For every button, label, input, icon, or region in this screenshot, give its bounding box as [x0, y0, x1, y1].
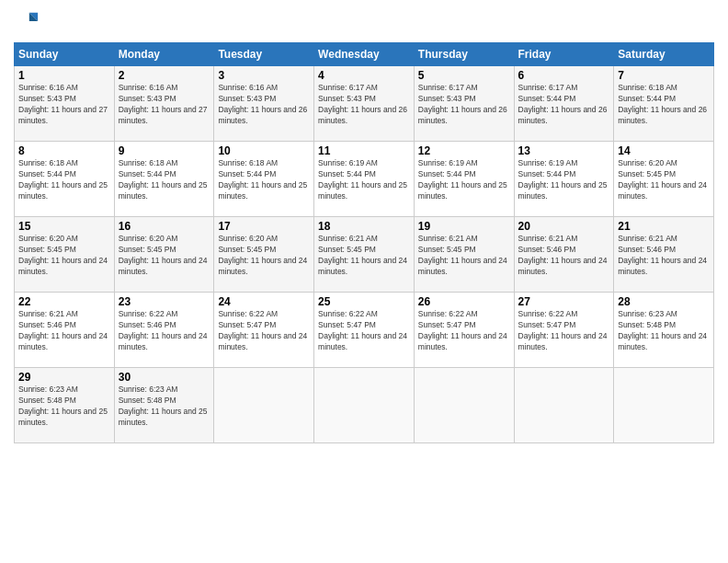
day-number: 4 — [318, 69, 410, 82]
day-number: 8 — [18, 144, 110, 157]
daylight-label: Daylight: 11 hours and 26 minutes. — [218, 105, 307, 125]
day-number: 17 — [218, 220, 310, 233]
daylight-label: Daylight: 11 hours and 24 minutes. — [618, 256, 707, 276]
sunrise-label: Sunrise: 6:22 AM — [119, 309, 178, 318]
sunrise-label: Sunrise: 6:23 AM — [18, 385, 78, 394]
sunset-label: Sunset: 5:44 PM — [318, 169, 376, 178]
calendar-cell: 13 Sunrise: 6:19 AM Sunset: 5:44 PM Dayl… — [514, 142, 614, 217]
day-info: Sunrise: 6:17 AM Sunset: 5:43 PM Dayligh… — [318, 83, 410, 127]
sunset-label: Sunset: 5:46 PM — [119, 320, 176, 329]
sunrise-label: Sunrise: 6:19 AM — [518, 158, 578, 167]
logo-icon — [14, 9, 40, 35]
day-header-tuesday: Tuesday — [214, 43, 314, 66]
day-info: Sunrise: 6:19 AM Sunset: 5:44 PM Dayligh… — [418, 158, 510, 202]
calendar-week-row: 29 Sunrise: 6:23 AM Sunset: 5:48 PM Dayl… — [15, 368, 714, 443]
sunrise-label: Sunrise: 6:16 AM — [119, 83, 178, 92]
sunset-label: Sunset: 5:45 PM — [218, 245, 276, 254]
sunrise-label: Sunrise: 6:16 AM — [18, 83, 78, 92]
day-header-friday: Friday — [514, 43, 614, 66]
day-number: 13 — [518, 144, 610, 157]
sunset-label: Sunset: 5:44 PM — [618, 94, 676, 103]
daylight-label: Daylight: 11 hours and 24 minutes. — [119, 256, 208, 276]
day-info: Sunrise: 6:18 AM Sunset: 5:44 PM Dayligh… — [618, 83, 710, 127]
calendar-week-row: 15 Sunrise: 6:20 AM Sunset: 5:45 PM Dayl… — [15, 217, 714, 293]
sunset-label: Sunset: 5:46 PM — [618, 245, 676, 254]
sunrise-label: Sunrise: 6:21 AM — [18, 309, 78, 318]
day-number: 18 — [318, 220, 410, 233]
day-info: Sunrise: 6:17 AM Sunset: 5:44 PM Dayligh… — [518, 83, 610, 127]
daylight-label: Daylight: 11 hours and 26 minutes. — [318, 105, 407, 125]
day-info: Sunrise: 6:20 AM Sunset: 5:45 PM Dayligh… — [18, 234, 110, 278]
calendar-cell: 11 Sunrise: 6:19 AM Sunset: 5:44 PM Dayl… — [314, 142, 415, 217]
sunrise-label: Sunrise: 6:21 AM — [318, 234, 378, 243]
header — [14, 9, 714, 35]
day-number: 25 — [318, 295, 410, 308]
calendar-cell: 24 Sunrise: 6:22 AM Sunset: 5:47 PM Dayl… — [214, 293, 314, 368]
sunset-label: Sunset: 5:45 PM — [119, 245, 176, 254]
calendar-cell: 8 Sunrise: 6:18 AM Sunset: 5:44 PM Dayli… — [15, 142, 115, 217]
sunset-label: Sunset: 5:48 PM — [119, 396, 176, 405]
calendar-cell: 5 Sunrise: 6:17 AM Sunset: 5:43 PM Dayli… — [414, 66, 514, 142]
sunset-label: Sunset: 5:44 PM — [218, 169, 276, 178]
daylight-label: Daylight: 11 hours and 25 minutes. — [518, 180, 608, 201]
day-number: 14 — [618, 144, 710, 157]
calendar-cell: 1 Sunrise: 6:16 AM Sunset: 5:43 PM Dayli… — [15, 66, 115, 142]
sunset-label: Sunset: 5:47 PM — [218, 320, 276, 329]
sunset-label: Sunset: 5:43 PM — [218, 94, 276, 103]
day-info: Sunrise: 6:21 AM Sunset: 5:46 PM Dayligh… — [618, 234, 710, 278]
daylight-label: Daylight: 11 hours and 24 minutes. — [518, 256, 608, 276]
calendar-week-row: 22 Sunrise: 6:21 AM Sunset: 5:46 PM Dayl… — [15, 293, 714, 368]
daylight-label: Daylight: 11 hours and 25 minutes. — [18, 407, 108, 427]
day-number: 29 — [18, 371, 110, 384]
day-header-saturday: Saturday — [614, 43, 714, 66]
calendar-cell: 10 Sunrise: 6:18 AM Sunset: 5:44 PM Dayl… — [214, 142, 314, 217]
calendar-cell — [514, 368, 614, 443]
daylight-label: Daylight: 11 hours and 26 minutes. — [518, 105, 608, 125]
sunrise-label: Sunrise: 6:18 AM — [618, 83, 677, 92]
daylight-label: Daylight: 11 hours and 24 minutes. — [318, 256, 407, 276]
sunrise-label: Sunrise: 6:21 AM — [518, 234, 578, 243]
day-info: Sunrise: 6:16 AM Sunset: 5:43 PM Dayligh… — [119, 83, 210, 127]
calendar-cell: 15 Sunrise: 6:20 AM Sunset: 5:45 PM Dayl… — [15, 217, 115, 293]
page: SundayMondayTuesdayWednesdayThursdayFrid… — [0, 0, 728, 563]
day-number: 16 — [119, 220, 210, 233]
sunrise-label: Sunrise: 6:22 AM — [418, 309, 478, 318]
day-header-wednesday: Wednesday — [314, 43, 415, 66]
calendar-cell — [414, 368, 514, 443]
sunrise-label: Sunrise: 6:22 AM — [318, 309, 378, 318]
day-number: 6 — [518, 69, 610, 82]
sunset-label: Sunset: 5:44 PM — [518, 94, 576, 103]
sunset-label: Sunset: 5:43 PM — [119, 94, 176, 103]
calendar-week-row: 1 Sunrise: 6:16 AM Sunset: 5:43 PM Dayli… — [15, 66, 714, 142]
calendar-cell: 27 Sunrise: 6:22 AM Sunset: 5:47 PM Dayl… — [514, 293, 614, 368]
calendar-cell: 20 Sunrise: 6:21 AM Sunset: 5:46 PM Dayl… — [514, 217, 614, 293]
calendar-cell: 6 Sunrise: 6:17 AM Sunset: 5:44 PM Dayli… — [514, 66, 614, 142]
daylight-label: Daylight: 11 hours and 24 minutes. — [418, 331, 507, 351]
daylight-label: Daylight: 11 hours and 24 minutes. — [618, 331, 707, 351]
day-info: Sunrise: 6:19 AM Sunset: 5:44 PM Dayligh… — [518, 158, 610, 202]
day-number: 30 — [119, 371, 210, 384]
sunset-label: Sunset: 5:45 PM — [418, 245, 476, 254]
calendar-cell: 19 Sunrise: 6:21 AM Sunset: 5:45 PM Dayl… — [414, 217, 514, 293]
day-number: 22 — [18, 295, 110, 308]
sunrise-label: Sunrise: 6:21 AM — [418, 234, 478, 243]
day-number: 5 — [418, 69, 510, 82]
day-info: Sunrise: 6:16 AM Sunset: 5:43 PM Dayligh… — [218, 83, 310, 127]
daylight-label: Daylight: 11 hours and 24 minutes. — [318, 331, 407, 351]
sunrise-label: Sunrise: 6:22 AM — [518, 309, 578, 318]
sunset-label: Sunset: 5:43 PM — [18, 94, 76, 103]
day-number: 15 — [18, 220, 110, 233]
day-number: 28 — [618, 295, 710, 308]
sunset-label: Sunset: 5:45 PM — [618, 169, 676, 178]
sunrise-label: Sunrise: 6:22 AM — [218, 309, 278, 318]
day-header-thursday: Thursday — [414, 43, 514, 66]
day-info: Sunrise: 6:22 AM Sunset: 5:47 PM Dayligh… — [418, 309, 510, 353]
day-info: Sunrise: 6:18 AM Sunset: 5:44 PM Dayligh… — [18, 158, 110, 202]
calendar-cell: 3 Sunrise: 6:16 AM Sunset: 5:43 PM Dayli… — [214, 66, 314, 142]
day-info: Sunrise: 6:23 AM Sunset: 5:48 PM Dayligh… — [119, 385, 210, 429]
calendar-cell: 28 Sunrise: 6:23 AM Sunset: 5:48 PM Dayl… — [614, 293, 714, 368]
day-number: 9 — [119, 144, 210, 157]
sunrise-label: Sunrise: 6:19 AM — [318, 158, 378, 167]
day-number: 20 — [518, 220, 610, 233]
daylight-label: Daylight: 11 hours and 24 minutes. — [418, 256, 507, 276]
